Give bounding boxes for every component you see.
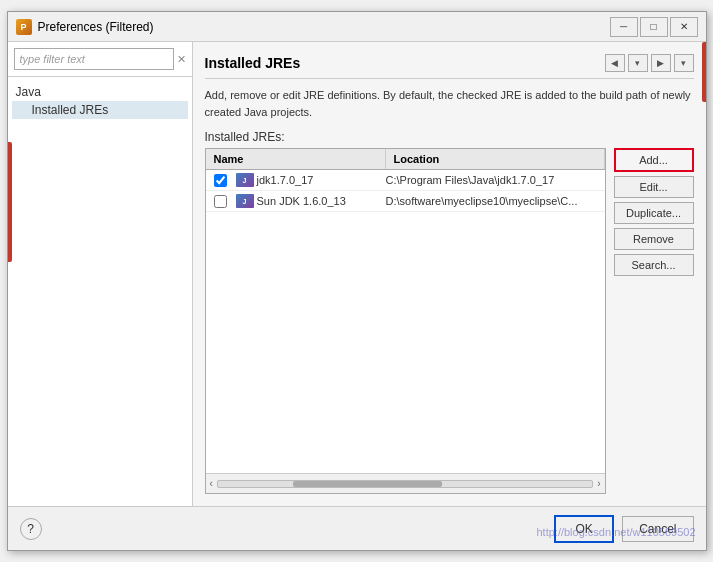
help-button[interactable]: ? <box>20 518 42 540</box>
table-body: J jdk1.7.0_17 C:\Program Files\Java\jdk1… <box>206 170 605 473</box>
col-header-name: Name <box>206 149 386 169</box>
sidebar-item-java[interactable]: Java <box>12 83 188 101</box>
filter-bar: ✕ <box>8 42 192 77</box>
action-buttons: Add... Edit... Duplicate... Remove Searc… <box>614 148 694 494</box>
right-accent <box>702 42 706 102</box>
table-row: J jdk1.7.0_17 C:\Program Files\Java\jdk1… <box>206 170 605 191</box>
footer-left: ? <box>20 518 42 540</box>
window-title: Preferences (Filtered) <box>38 20 154 34</box>
maximize-button[interactable]: □ <box>640 17 668 37</box>
table-row: J Sun JDK 1.6.0_13 D:\software\myeclipse… <box>206 191 605 212</box>
jre-section: Name Location J <box>205 148 694 494</box>
title-bar-left: P Preferences (Filtered) <box>16 19 154 35</box>
row1-java-icon: J <box>236 173 254 187</box>
add-button[interactable]: Add... <box>614 148 694 172</box>
sidebar-tree: Java Installed JREs <box>8 77 192 506</box>
row1-checkbox-cell <box>206 174 236 187</box>
window-controls: ─ □ ✕ <box>610 17 698 37</box>
panel-title-text: Installed JREs <box>205 55 301 71</box>
nav-back-dropdown-button[interactable]: ▾ <box>628 54 648 72</box>
row1-name: J jdk1.7.0_17 <box>236 173 386 187</box>
app-icon: P <box>16 19 32 35</box>
close-button[interactable]: ✕ <box>670 17 698 37</box>
edit-button[interactable]: Edit... <box>614 176 694 198</box>
col-header-location: Location <box>386 149 605 169</box>
row2-name: J Sun JDK 1.6.0_13 <box>236 194 386 208</box>
filter-input[interactable] <box>14 48 174 70</box>
table-header: Name Location <box>206 149 605 170</box>
panel-title-row: Installed JREs ◀ ▾ ▶ ▾ <box>205 54 694 79</box>
window-footer: ? OK Cancel <box>8 506 706 550</box>
ok-button[interactable]: OK <box>554 515 614 543</box>
sidebar: ✕ Java Installed JREs <box>8 42 193 506</box>
duplicate-button[interactable]: Duplicate... <box>614 202 694 224</box>
sidebar-item-installed-jres[interactable]: Installed JREs <box>12 101 188 119</box>
panel-description: Add, remove or edit JRE definitions. By … <box>205 87 694 120</box>
row2-location: D:\software\myeclipse10\myeclipse\C... <box>386 195 605 207</box>
row1-location: C:\Program Files\Java\jdk1.7.0_17 <box>386 174 605 186</box>
filter-clear-icon[interactable]: ✕ <box>177 53 186 66</box>
left-accent <box>8 142 12 262</box>
row2-checkbox[interactable] <box>214 195 227 208</box>
jre-table: Name Location J <box>205 148 606 494</box>
title-bar: P Preferences (Filtered) ─ □ ✕ <box>8 12 706 42</box>
nav-forward-dropdown-button[interactable]: ▾ <box>674 54 694 72</box>
scroll-thumb <box>293 481 443 487</box>
panel-nav: ◀ ▾ ▶ ▾ <box>605 54 694 72</box>
row2-java-icon: J <box>236 194 254 208</box>
cancel-button[interactable]: Cancel <box>622 516 693 542</box>
main-panel: Installed JREs ◀ ▾ ▶ ▾ Add, remove or ed… <box>193 42 706 506</box>
nav-back-button[interactable]: ◀ <box>605 54 625 72</box>
nav-forward-button[interactable]: ▶ <box>651 54 671 72</box>
row2-checkbox-cell <box>206 195 236 208</box>
row1-checkbox[interactable] <box>214 174 227 187</box>
search-button[interactable]: Search... <box>614 254 694 276</box>
scroll-right-arrow[interactable]: › <box>597 478 600 489</box>
remove-button[interactable]: Remove <box>614 228 694 250</box>
minimize-button[interactable]: ─ <box>610 17 638 37</box>
installed-jres-label: Installed JREs: <box>205 130 694 144</box>
scroll-left-arrow[interactable]: ‹ <box>210 478 213 489</box>
footer-right: OK Cancel <box>554 515 693 543</box>
horizontal-scrollbar[interactable]: ‹ › <box>206 473 605 493</box>
scroll-track[interactable] <box>217 480 593 488</box>
window-body: ✕ Java Installed JREs Installed JREs ◀ ▾… <box>8 42 706 506</box>
